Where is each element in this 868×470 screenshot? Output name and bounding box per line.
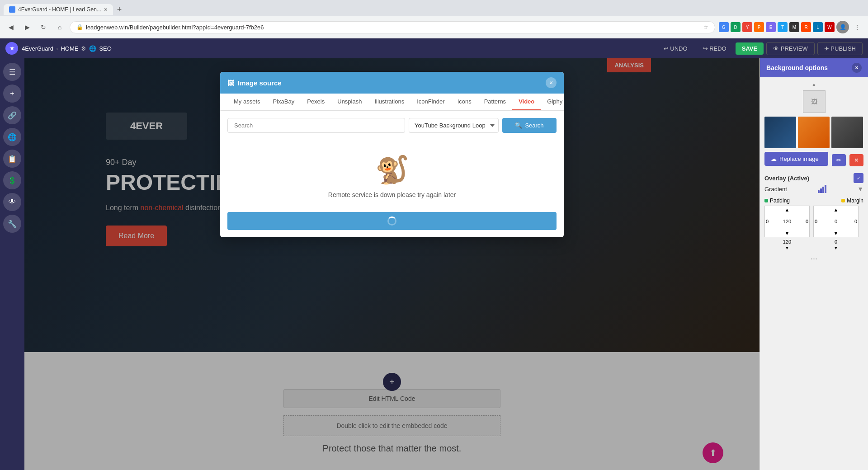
thumbnail-2[interactable] xyxy=(798,117,830,148)
loading-bar xyxy=(227,212,557,230)
dialog-body: YouTube Background Loop Vimeo Background… xyxy=(220,111,564,237)
margin-bottom-down-arrow[interactable]: ▼ xyxy=(834,245,838,250)
active-tab[interactable]: 4EverGuard - HOME | Lead Gen... × xyxy=(4,4,113,15)
padding-bottom-row: 120 0 xyxy=(764,239,863,244)
publish-button[interactable]: ✈ PUBLISH xyxy=(817,42,863,55)
dialog-close-button[interactable]: × xyxy=(546,77,557,88)
back-btn[interactable]: ◀ xyxy=(5,21,17,33)
dialog-title-text: Image source xyxy=(238,79,282,87)
delete-image-button[interactable]: ✕ xyxy=(849,154,863,166)
ext-icon-8[interactable]: R xyxy=(801,22,811,32)
tab-patterns[interactable]: Patterns xyxy=(478,94,512,110)
app-logo: ★ xyxy=(5,42,18,55)
error-message: Remote service is down please try again … xyxy=(328,191,456,198)
overlay-label: Overlay (Active) xyxy=(764,175,809,182)
dialog-title: 🖼 Image source xyxy=(227,79,282,87)
monkey-icon: 🐒 xyxy=(375,154,409,186)
padding-label: Padding xyxy=(764,197,790,204)
padding-bottom-arrows-row: ▼ ▼ xyxy=(764,245,863,250)
settings-icon[interactable]: ⚙ xyxy=(81,45,86,52)
image-placeholder-icon: 🖼 xyxy=(811,98,817,105)
ext-icon-10[interactable]: W xyxy=(825,22,835,32)
ext-icon-2[interactable]: D xyxy=(731,22,741,32)
replace-image-button[interactable]: ☁ Replace image xyxy=(764,152,828,166)
tab-unsplash[interactable]: Unsplash xyxy=(331,94,368,110)
ext-icon-7[interactable]: M xyxy=(789,22,799,32)
padding-top-arrow[interactable]: ▲ xyxy=(785,207,790,212)
forward-btn[interactable]: ▶ xyxy=(21,21,33,33)
url-bar[interactable]: 🔒 leadgenweb.win/Builder/pagebuilder.htm… xyxy=(70,21,715,33)
overlay-toggle[interactable]: ✓ xyxy=(854,173,863,183)
scroll-up-arrow[interactable]: ▲ xyxy=(764,82,863,87)
globe-icon[interactable]: 🌐 xyxy=(89,45,96,52)
save-button[interactable]: SAVE xyxy=(736,42,764,55)
image-source-dialog: 🖼 Image source × My assets PixaBay Pexel… xyxy=(220,72,564,237)
main-layout: ☰ + 🔗 🌐 📋 💲 👁 🔧 ANALYSIS 4EVER 90+ Day P… xyxy=(0,58,868,470)
ext-icon-5[interactable]: E xyxy=(766,22,776,32)
tab-illustrations[interactable]: Illustrations xyxy=(368,94,410,110)
ext-icon-9[interactable]: L xyxy=(813,22,823,32)
preview-button[interactable]: 👁 PREVIEW xyxy=(766,42,815,55)
dialog-header: 🖼 Image source × xyxy=(220,72,564,94)
new-tab-btn[interactable]: + xyxy=(113,3,126,16)
margin-top-value: 0 xyxy=(835,219,837,224)
menu-btn[interactable]: ⋮ xyxy=(851,21,863,33)
sidebar-icon-link[interactable]: 🔗 xyxy=(3,106,21,124)
ext-icon-4[interactable]: P xyxy=(754,22,764,32)
tab-close-btn[interactable]: × xyxy=(104,6,108,13)
canvas-area: ANALYSIS 4EVER 90+ Day PROTECTING THOSE … xyxy=(24,58,760,470)
logo-icon: ★ xyxy=(5,42,18,55)
reload-btn[interactable]: ↻ xyxy=(37,21,50,33)
tab-giphy[interactable]: Giphy xyxy=(541,94,564,110)
padding-bottom-down-arrow[interactable]: ▼ xyxy=(785,245,789,250)
sidebar-icon-tools[interactable]: 🔧 xyxy=(3,215,21,233)
gradient-dropdown-arrow[interactable]: ▼ xyxy=(857,185,863,193)
toolbar-right: ↩ UNDO ↪ REDO SAVE 👁 PREVIEW ✈ PUBLISH xyxy=(657,42,863,55)
margin-bottom-arrow[interactable]: ▼ xyxy=(834,230,839,236)
tab-my-assets[interactable]: My assets xyxy=(227,94,267,110)
redo-button[interactable]: ↪ REDO xyxy=(697,42,733,55)
search-input[interactable] xyxy=(227,118,405,133)
tab-video[interactable]: Video xyxy=(512,94,541,110)
home-btn[interactable]: ⌂ xyxy=(53,21,66,33)
ext-icon-1[interactable]: G xyxy=(719,22,729,32)
replace-image-row: ☁ Replace image ✏ ✕ xyxy=(764,152,863,169)
more-options-btn[interactable]: ··· xyxy=(811,254,817,263)
thumbnail-1[interactable] xyxy=(764,117,796,148)
margin-top-arrow[interactable]: ▲ xyxy=(834,207,839,212)
tab-icons[interactable]: Icons xyxy=(451,94,478,110)
breadcrumb-seo[interactable]: SEO xyxy=(99,45,111,52)
tab-favicon xyxy=(9,6,15,13)
breadcrumb-site[interactable]: 4EverGuard xyxy=(22,45,53,52)
replace-image-label: Replace image xyxy=(779,155,819,162)
ext-icon-3[interactable]: Y xyxy=(742,22,752,32)
user-avatar[interactable]: 👤 xyxy=(836,21,849,33)
sidebar-icon-ecommerce[interactable]: 💲 xyxy=(3,171,21,189)
video-type-dropdown[interactable]: YouTube Background Loop Vimeo Background… xyxy=(409,118,499,133)
edit-image-button[interactable]: ✏ xyxy=(832,154,846,166)
padding-bottom-arrow[interactable]: ▼ xyxy=(785,230,790,236)
sidebar-icon-pages[interactable]: 📋 xyxy=(3,150,21,168)
search-button[interactable]: 🔍 Search xyxy=(502,118,557,133)
sidebar-icon-menu[interactable]: ☰ xyxy=(3,63,21,81)
sidebar-icon-eye[interactable]: 👁 xyxy=(3,193,21,211)
gradient-icon[interactable] xyxy=(818,185,826,193)
tab-iconfinder[interactable]: IconFinder xyxy=(410,94,451,110)
sidebar-icon-add[interactable]: + xyxy=(3,85,21,103)
tab-bar: 4EverGuard - HOME | Lead Gen... × + xyxy=(0,0,868,16)
tab-pexels[interactable]: Pexels xyxy=(301,94,331,110)
tab-pixabay[interactable]: PixaBay xyxy=(267,94,301,110)
margin-label: Margin xyxy=(841,197,863,204)
search-btn-label: Search xyxy=(525,122,543,129)
sidebar-icon-globe[interactable]: 🌐 xyxy=(3,128,21,146)
padding-top-value: 120 xyxy=(783,219,791,224)
padding-text: Padding xyxy=(770,197,790,204)
right-panel-close-btn[interactable]: × xyxy=(852,63,862,73)
ext-icon-6[interactable]: T xyxy=(778,22,788,32)
breadcrumb-page[interactable]: HOME xyxy=(61,45,78,52)
bar-4 xyxy=(825,185,826,193)
padding-grid: ▲ 120 ▼ 0 0 xyxy=(764,206,810,237)
thumbnail-3[interactable] xyxy=(831,117,863,148)
bar-1 xyxy=(818,190,820,193)
undo-button[interactable]: ↩ UNDO xyxy=(657,42,694,55)
